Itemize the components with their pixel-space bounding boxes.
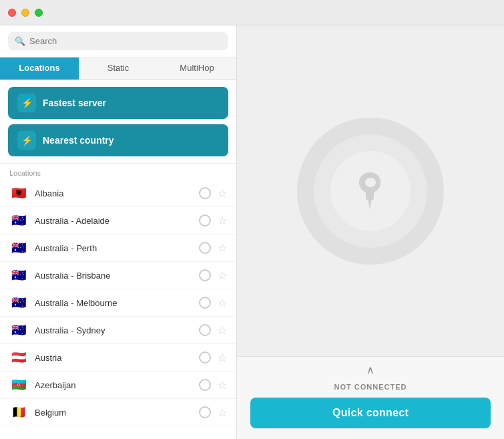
location-name: Belgium (35, 408, 192, 418)
radio-button[interactable] (199, 269, 211, 281)
tab-multihop[interactable]: MultiHop (158, 57, 236, 80)
fastest-server-icon: ⚡ (17, 94, 36, 112)
nearest-country-icon: ⚡ (17, 131, 36, 150)
radio-button[interactable] (199, 324, 211, 336)
list-item[interactable]: 🇦🇺 Australia - Sydney ☆ (0, 317, 236, 344)
search-input-wrap[interactable]: 🔍 (8, 32, 228, 50)
fastest-server-label: Fastest server (43, 98, 106, 108)
favorite-star-icon[interactable]: ☆ (218, 269, 227, 282)
status-panel: ∧ NOT CONNECTED Quick connect (237, 356, 504, 439)
location-name: Albania (35, 188, 192, 198)
search-input[interactable] (29, 36, 222, 46)
flag-icon: 🇦🇹 (9, 351, 28, 364)
titlebar (0, 0, 504, 25)
flag-icon: 🇧🇪 (9, 406, 28, 419)
circle-rings (297, 118, 444, 265)
radio-button[interactable] (199, 297, 211, 309)
radio-button[interactable] (199, 242, 211, 254)
list-item[interactable]: 🇦🇹 Austria ☆ (0, 344, 236, 372)
favorite-star-icon[interactable]: ☆ (218, 406, 227, 419)
search-icon: 🔍 (15, 36, 25, 46)
main-layout: 🔍 Locations Static MultiHop ⚡ Fastest se… (0, 25, 504, 439)
flag-icon: 🇦🇺 (9, 323, 28, 337)
radio-button[interactable] (199, 379, 211, 391)
fullscreen-button[interactable] (35, 9, 43, 17)
location-name: Australia - Perth (35, 243, 192, 253)
list-item[interactable]: 🇦🇿 Azerbaijan ☆ (0, 372, 236, 399)
radio-button[interactable] (199, 214, 211, 227)
tab-locations[interactable]: Locations (0, 57, 79, 80)
location-name: Australia - Sydney (35, 325, 192, 335)
nearest-country-button[interactable]: ⚡ Nearest country (8, 124, 228, 156)
close-button[interactable] (8, 9, 16, 17)
search-bar: 🔍 (0, 25, 236, 57)
list-item[interactable]: 🇧🇪 Belgium ☆ (0, 399, 236, 426)
favorite-star-icon[interactable]: ☆ (218, 242, 227, 255)
radio-button[interactable] (199, 351, 211, 363)
location-name: Australia - Melbourne (35, 298, 192, 308)
radio-button[interactable] (199, 187, 211, 199)
quick-connect-button[interactable]: Quick connect (250, 398, 491, 428)
list-item[interactable]: 🇦🇺 Australia - Perth ☆ (0, 235, 236, 262)
locations-section-label: Locations (0, 164, 236, 180)
nearest-country-label: Nearest country (43, 135, 114, 146)
list-item[interactable]: 🇦🇺 Australia - Adelaide ☆ (0, 207, 236, 235)
location-name: Austria (35, 353, 192, 363)
flag-icon: 🇦🇺 (9, 241, 28, 255)
favorite-star-icon[interactable]: ☆ (218, 187, 227, 200)
radio-button[interactable] (199, 406, 211, 418)
favorite-star-icon[interactable]: ☆ (218, 324, 227, 337)
favorite-star-icon[interactable]: ☆ (218, 214, 227, 227)
location-name: Azerbaijan (35, 380, 192, 390)
left-panel: 🔍 Locations Static MultiHop ⚡ Fastest se… (0, 25, 237, 439)
flag-icon: 🇦🇿 (9, 378, 28, 392)
minimize-button[interactable] (21, 9, 29, 17)
connection-status: NOT CONNECTED (334, 383, 407, 391)
vpn-logo (350, 168, 391, 214)
location-list: 🇦🇱 Albania ☆ 🇦🇺 Australia - Adelaide ☆ 🇦… (0, 180, 236, 439)
location-name: Australia - Adelaide (35, 216, 192, 226)
chevron-up-icon[interactable]: ∧ (366, 363, 374, 376)
tab-static[interactable]: Static (79, 57, 158, 80)
flag-icon: 🇦🇺 (9, 214, 28, 227)
list-item[interactable]: 🇦🇱 Albania ☆ (0, 180, 236, 207)
flag-icon: 🇦🇺 (9, 269, 28, 282)
fastest-server-button[interactable]: ⚡ Fastest server (8, 87, 228, 119)
favorite-star-icon[interactable]: ☆ (218, 351, 227, 364)
list-item[interactable]: 🇦🇺 Australia - Brisbane ☆ (0, 262, 236, 289)
favorite-star-icon[interactable]: ☆ (218, 379, 227, 392)
favorite-star-icon[interactable]: ☆ (218, 297, 227, 309)
location-name: Australia - Brisbane (35, 271, 192, 281)
list-item[interactable]: 🇦🇺 Australia - Melbourne ☆ (0, 289, 236, 317)
right-panel: ∧ NOT CONNECTED Quick connect (237, 25, 504, 439)
vpn-logo-area (237, 25, 504, 356)
quick-items: ⚡ Fastest server ⚡ Nearest country (0, 80, 236, 164)
flag-icon: 🇦🇺 (9, 296, 28, 309)
flag-icon: 🇦🇱 (9, 186, 28, 200)
tab-bar: Locations Static MultiHop (0, 57, 236, 80)
